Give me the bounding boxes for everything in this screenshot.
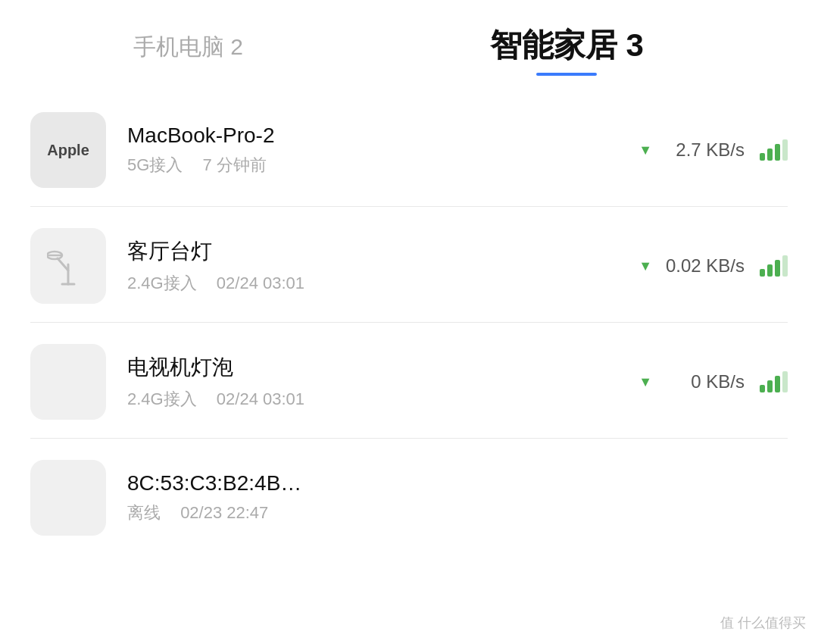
device-list: Apple MacBook-Pro-2 5G接入 7 分钟前 ▼ 2.7 KB/… — [0, 91, 818, 554]
device-speed-bulb: ▼ 0 KB/s — [638, 371, 788, 392]
device-time: 7 分钟前 — [202, 155, 266, 174]
signal-bar-3 — [775, 144, 780, 161]
device-network: 2.4G接入 — [127, 274, 197, 292]
device-icon-unknown — [30, 460, 106, 536]
device-icon-lamp — [30, 228, 106, 304]
device-meta: 2.4G接入 02/24 03:01 — [127, 388, 638, 411]
device-status-offline: 离线 — [127, 503, 161, 522]
device-name: 电视机灯泡 — [127, 353, 638, 382]
device-item-bulb[interactable]: 电视机灯泡 2.4G接入 02/24 03:01 ▼ 0 KB/s — [30, 323, 788, 439]
device-icon-bulb — [30, 344, 106, 420]
device-info-lamp: 客厅台灯 2.4G接入 02/24 03:01 — [127, 237, 638, 295]
down-arrow-icon: ▼ — [638, 374, 652, 390]
signal-bar-2 — [767, 264, 773, 277]
device-item-lamp[interactable]: 客厅台灯 2.4G接入 02/24 03:01 ▼ 0.02 KB/s — [30, 207, 788, 323]
signal-bar-4 — [782, 255, 788, 277]
device-info-macbook: MacBook-Pro-2 5G接入 7 分钟前 — [127, 123, 638, 177]
device-item-unknown[interactable]: 8C:53:C3:B2:4B… 离线 02/23 22:47 — [30, 439, 788, 554]
down-arrow-icon: ▼ — [638, 142, 652, 158]
tab-inactive[interactable]: 手机电脑 2 — [30, 24, 346, 63]
device-time: 02/24 03:01 — [217, 389, 304, 408]
tab-smarthome-label: 智能家居 3 — [490, 24, 644, 67]
signal-bar-4 — [782, 139, 788, 161]
device-item-macbook[interactable]: Apple MacBook-Pro-2 5G接入 7 分钟前 ▼ 2.7 KB/… — [30, 91, 788, 207]
tab-active[interactable]: 智能家居 3 — [346, 24, 788, 76]
watermark: 值 什么值得买 — [720, 614, 806, 632]
device-name: MacBook-Pro-2 — [127, 123, 638, 148]
speed-value: 0 KB/s — [661, 371, 745, 392]
signal-bars — [760, 139, 788, 161]
device-time: 02/24 03:01 — [217, 274, 304, 292]
signal-bars — [760, 371, 788, 392]
speed-value: 0.02 KB/s — [661, 255, 745, 277]
signal-bar-1 — [760, 153, 765, 161]
device-meta: 离线 02/23 22:47 — [127, 502, 788, 524]
device-meta: 2.4G接入 02/24 03:01 — [127, 272, 638, 295]
svg-line-1 — [58, 258, 68, 270]
down-arrow-icon: ▼ — [638, 258, 652, 274]
tab-mobile-label: 手机电脑 2 — [133, 34, 243, 59]
device-speed-macbook: ▼ 2.7 KB/s — [638, 139, 788, 161]
signal-bar-2 — [767, 380, 773, 392]
device-icon-apple: Apple — [30, 112, 106, 188]
device-speed-lamp: ▼ 0.02 KB/s — [638, 255, 788, 277]
device-name: 8C:53:C3:B2:4B… — [127, 471, 788, 496]
signal-bar-1 — [760, 385, 765, 392]
device-time: 02/23 22:47 — [180, 503, 268, 522]
device-network: 2.4G接入 — [127, 389, 197, 408]
tab-active-indicator — [536, 73, 597, 76]
device-info-unknown: 8C:53:C3:B2:4B… 离线 02/23 22:47 — [127, 471, 788, 524]
speed-value: 2.7 KB/s — [661, 139, 745, 161]
signal-bar-3 — [775, 260, 780, 277]
signal-bar-3 — [775, 376, 780, 392]
signal-bar-2 — [767, 148, 773, 161]
signal-bar-4 — [782, 371, 788, 392]
device-info-bulb: 电视机灯泡 2.4G接入 02/24 03:01 — [127, 353, 638, 411]
device-network: 5G接入 — [127, 155, 183, 174]
signal-bars — [760, 255, 788, 277]
signal-bar-1 — [760, 269, 765, 277]
device-meta: 5G接入 7 分钟前 — [127, 154, 638, 177]
device-name: 客厅台灯 — [127, 237, 638, 266]
page-header: 手机电脑 2 智能家居 3 — [0, 0, 818, 91]
